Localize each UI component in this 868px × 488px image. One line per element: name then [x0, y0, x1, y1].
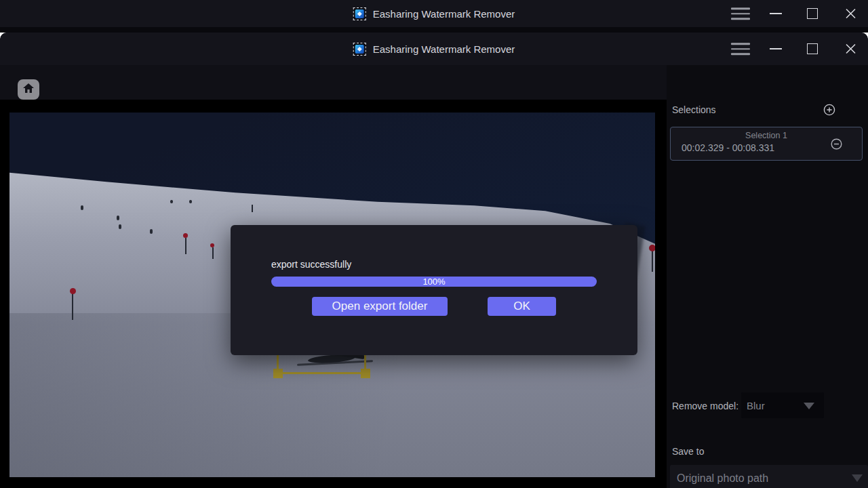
- back-window-title: Easharing Watermark Remover: [373, 8, 515, 20]
- minimize-button[interactable]: [770, 48, 782, 49]
- minimize-button[interactable]: [770, 13, 782, 14]
- back-window-titlebar: Easharing Watermark Remover: [0, 0, 868, 27]
- menu-icon[interactable]: [731, 39, 750, 58]
- save-to-dropdown[interactable]: Original photo path: [670, 465, 868, 488]
- skier-dot: [170, 200, 173, 203]
- remove-model-value: Blur: [747, 400, 765, 411]
- add-selection-icon[interactable]: [823, 104, 835, 116]
- home-icon: [23, 83, 34, 96]
- remove-selection-icon[interactable]: [831, 138, 842, 150]
- selections-header: Selections: [672, 104, 716, 115]
- maximize-button[interactable]: [807, 43, 818, 54]
- remove-model-dropdown[interactable]: Blur: [741, 392, 824, 418]
- skier-dot: [150, 229, 153, 234]
- chevron-down-icon: [804, 403, 814, 409]
- app-icon: [353, 43, 366, 56]
- gate-pole: [72, 293, 73, 320]
- skier-dot: [189, 200, 192, 203]
- dialog-message: export successfully: [271, 259, 351, 270]
- progress-bar: 100%: [271, 277, 597, 287]
- maximize-button[interactable]: [807, 8, 818, 19]
- export-dialog: export successfully 100% Open export fol…: [231, 225, 637, 355]
- gate-pole: [185, 238, 186, 254]
- sidebar: Selections Selection 1 00:02.329 - 00:08…: [667, 65, 868, 488]
- selection-handle-bottom-right[interactable]: [361, 369, 370, 378]
- gate-ball: [183, 233, 188, 238]
- home-button[interactable]: [18, 79, 39, 100]
- skier-dot: [119, 224, 121, 229]
- menu-icon[interactable]: [731, 4, 750, 23]
- save-to-label: Save to: [672, 446, 704, 457]
- skier-dot: [81, 205, 83, 210]
- gate-pole: [652, 250, 653, 272]
- chevron-down-icon: [852, 474, 863, 482]
- open-export-folder-button[interactable]: Open export folder: [312, 297, 448, 316]
- close-button[interactable]: [845, 8, 856, 20]
- close-button[interactable]: [845, 43, 856, 55]
- gate-ball: [70, 288, 76, 294]
- gate-pole: [212, 247, 214, 259]
- front-window-titlebar: Easharing Watermark Remover: [0, 33, 868, 65]
- remove-model-label: Remove model:: [672, 401, 738, 411]
- save-to-value: Original photo path: [677, 472, 768, 485]
- selection-box-bottom-edge[interactable]: [277, 372, 366, 374]
- gate-pole: [252, 205, 253, 212]
- selection-item[interactable]: Selection 1 00:02.329 - 00:08.331: [670, 127, 863, 161]
- gate-ball: [210, 243, 214, 247]
- front-window-title: Easharing Watermark Remover: [373, 43, 515, 55]
- gate-ball: [649, 245, 655, 251]
- selection-handle-bottom-left[interactable]: [273, 369, 283, 378]
- ok-button[interactable]: OK: [488, 297, 556, 316]
- app-icon: [353, 7, 366, 20]
- skier-dot: [117, 216, 119, 220]
